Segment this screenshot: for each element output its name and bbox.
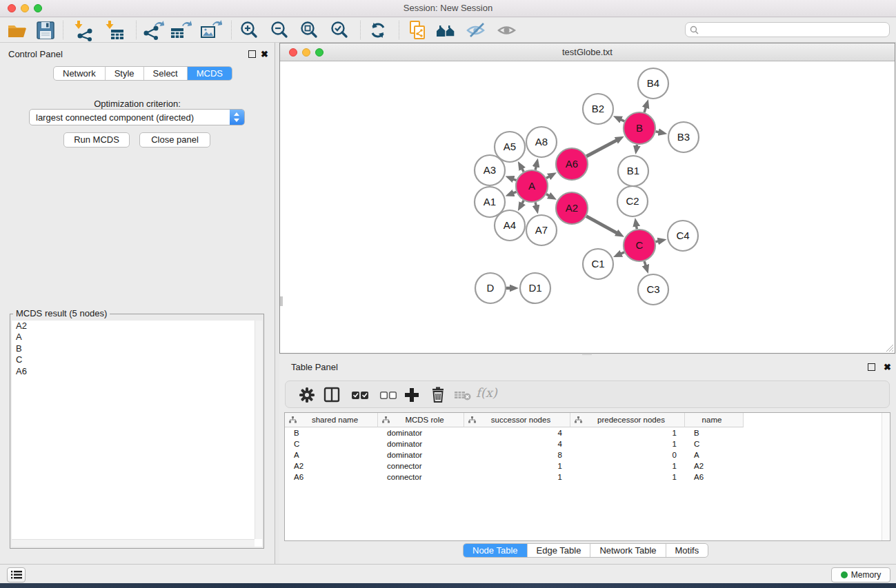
table-cell[interactable]: connector bbox=[378, 460, 464, 472]
table-row[interactable]: Adominator80A bbox=[285, 449, 882, 460]
column-header-name[interactable]: name bbox=[685, 413, 744, 427]
mcds-result-item[interactable]: A2 bbox=[12, 321, 262, 332]
network-zoom-button[interactable] bbox=[315, 48, 323, 57]
table-cell[interactable]: dominator bbox=[378, 438, 464, 449]
select-all-columns-icon[interactable] bbox=[350, 386, 370, 404]
graph-edge-B-B1[interactable] bbox=[637, 145, 637, 148]
graph-edge-C-C3[interactable] bbox=[644, 261, 646, 267]
export-image-icon[interactable] bbox=[199, 19, 222, 41]
column-header-shared-name[interactable]: shared name bbox=[285, 413, 378, 427]
network-canvas[interactable]: B4B2BB3A5A8A6A3B1AC2A1A2A4A7C4CC1C3DD1 bbox=[280, 62, 895, 354]
tab-motifs[interactable]: Motifs bbox=[666, 544, 708, 557]
zoom-out-icon[interactable] bbox=[268, 19, 291, 41]
zoom-fit-icon[interactable] bbox=[297, 19, 321, 41]
deselect-all-columns-icon[interactable] bbox=[378, 386, 399, 404]
graph-edge-A-A1[interactable] bbox=[512, 192, 517, 193]
zoom-in-icon[interactable] bbox=[237, 19, 261, 41]
table-cell[interactable]: 1 bbox=[570, 460, 685, 472]
splitter-handle[interactable] bbox=[280, 296, 283, 306]
table-cell[interactable]: A2 bbox=[685, 460, 744, 472]
export-table-icon[interactable] bbox=[168, 19, 192, 41]
graph-edge-B-B3[interactable] bbox=[656, 132, 660, 132]
show-graphics-details-icon[interactable] bbox=[495, 19, 519, 41]
graph-edge-A-A4[interactable] bbox=[521, 201, 524, 205]
table-cell[interactable]: 0 bbox=[570, 449, 685, 460]
table-row[interactable]: A2connector11A2 bbox=[285, 460, 882, 472]
graph-edge-A-A3[interactable] bbox=[512, 179, 517, 180]
table-row[interactable]: Bdominator41B bbox=[285, 427, 882, 438]
table-cell[interactable]: B bbox=[285, 427, 378, 438]
tab-network-table[interactable]: Network Table bbox=[590, 544, 666, 557]
graph-edge-A-A8[interactable] bbox=[535, 165, 536, 170]
save-session-icon[interactable] bbox=[34, 19, 57, 41]
close-window-button[interactable] bbox=[8, 4, 16, 12]
table-row[interactable]: A6connector11A6 bbox=[285, 472, 882, 483]
table-cell[interactable]: B bbox=[685, 427, 744, 438]
refresh-layout-icon[interactable] bbox=[366, 19, 390, 41]
network-close-button[interactable] bbox=[289, 48, 297, 57]
search-box[interactable] bbox=[685, 22, 890, 37]
mcds-result-item[interactable]: C bbox=[12, 354, 262, 365]
delete-table-icon[interactable] bbox=[452, 386, 473, 404]
close-panel-icon[interactable]: ✖ bbox=[261, 50, 268, 59]
graph-edge-C-C1[interactable] bbox=[620, 252, 624, 254]
table-cell[interactable]: A6 bbox=[685, 472, 744, 483]
network-window-titlebar[interactable]: testGlobe.txt bbox=[280, 43, 895, 61]
table-cell[interactable]: 1 bbox=[570, 427, 685, 438]
table-vertical-scrollbar[interactable] bbox=[882, 413, 890, 540]
close-panel-button[interactable]: Close panel bbox=[139, 132, 210, 148]
tab-mcds[interactable]: MCDS bbox=[188, 67, 232, 80]
column-header-MCDS-role[interactable]: MCDS role bbox=[378, 413, 464, 427]
graph-edge-A-A5[interactable] bbox=[521, 168, 524, 172]
graph-edge-A-A7[interactable] bbox=[535, 202, 536, 206]
tab-style[interactable]: Style bbox=[106, 67, 144, 80]
graph-edge-A2-C[interactable] bbox=[586, 216, 617, 234]
column-header-successor-nodes[interactable]: successor nodes bbox=[464, 413, 570, 427]
delete-columns-icon[interactable] bbox=[428, 386, 448, 404]
graph-edge-C-C4[interactable] bbox=[655, 241, 659, 242]
close-table-panel-icon[interactable]: ✖ bbox=[884, 363, 891, 372]
vertical-scrollbar[interactable] bbox=[255, 321, 262, 539]
search-input[interactable] bbox=[702, 23, 885, 36]
graph-edge-A-A6[interactable] bbox=[546, 176, 550, 178]
float-panel-button[interactable] bbox=[248, 50, 256, 58]
table-cell[interactable]: 4 bbox=[464, 427, 570, 438]
table-cell[interactable]: dominator bbox=[378, 427, 464, 438]
table-cell[interactable]: dominator bbox=[378, 449, 464, 460]
first-neighbors-icon[interactable] bbox=[435, 19, 458, 41]
table-cell[interactable]: A2 bbox=[285, 460, 378, 472]
network-minimize-button[interactable] bbox=[302, 48, 310, 57]
column-settings-icon[interactable] bbox=[297, 386, 317, 404]
graph-edge-C-C2[interactable] bbox=[636, 225, 637, 230]
import-table-icon[interactable] bbox=[103, 19, 126, 41]
window-resize-grip[interactable] bbox=[885, 343, 894, 352]
table-cell[interactable]: connector bbox=[378, 472, 464, 483]
horizontal-scrollbar[interactable] bbox=[12, 539, 255, 547]
function-builder-icon[interactable]: f(x) bbox=[476, 385, 497, 400]
split-table-view-icon[interactable] bbox=[321, 386, 342, 404]
mcds-result-item[interactable]: B bbox=[12, 343, 262, 354]
table-cell[interactable]: 1 bbox=[464, 472, 570, 483]
table-cell[interactable]: 8 bbox=[464, 449, 570, 460]
export-network-icon[interactable] bbox=[141, 19, 164, 41]
tab-select[interactable]: Select bbox=[144, 67, 188, 80]
import-network-icon[interactable] bbox=[72, 19, 95, 41]
open-session-icon[interactable] bbox=[6, 19, 29, 41]
minimize-window-button[interactable] bbox=[21, 4, 29, 12]
memory-button[interactable]: Memory bbox=[831, 567, 890, 582]
graph-edge-A6-B[interactable] bbox=[586, 140, 617, 156]
run-mcds-button[interactable]: Run MCDS bbox=[63, 132, 130, 148]
mcds-result-item[interactable]: A bbox=[12, 332, 262, 343]
table-row[interactable]: Cdominator41C bbox=[285, 438, 882, 449]
table-cell[interactable]: 1 bbox=[570, 438, 685, 449]
table-cell[interactable]: A6 bbox=[285, 472, 378, 483]
zoom-window-button[interactable] bbox=[34, 4, 42, 12]
tab-edge-table[interactable]: Edge Table bbox=[528, 544, 591, 557]
table-cell[interactable]: 1 bbox=[464, 460, 570, 472]
tab-node-table[interactable]: Node Table bbox=[464, 544, 528, 557]
float-table-panel-button[interactable] bbox=[868, 363, 875, 371]
tab-network[interactable]: Network bbox=[54, 67, 106, 80]
graph-edge-B-B4[interactable] bbox=[644, 106, 646, 112]
table-cell[interactable]: 4 bbox=[464, 438, 570, 449]
criterion-dropdown[interactable]: largest connected component (directed) bbox=[29, 109, 245, 125]
